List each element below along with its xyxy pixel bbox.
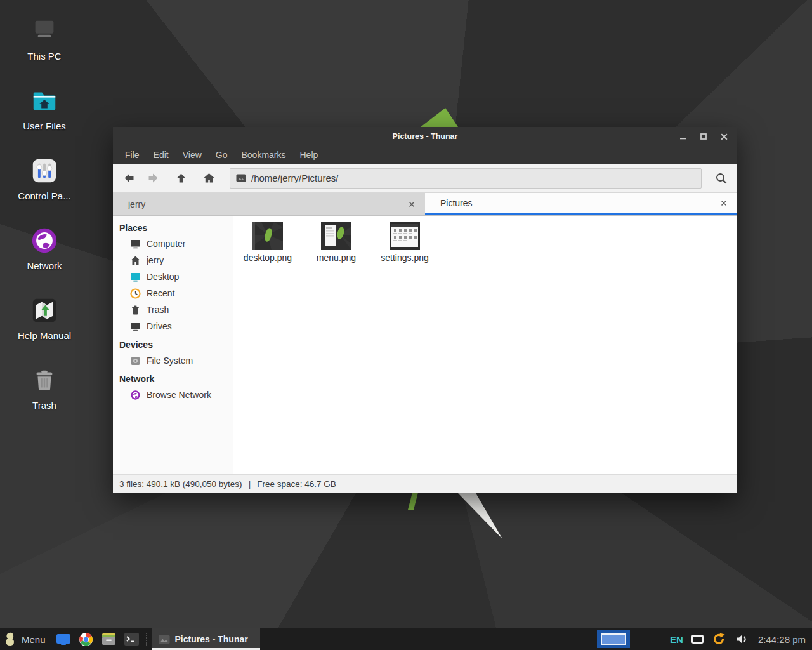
path-bar[interactable]: /home/jerry/Pictures/ [230, 168, 702, 189]
close-button[interactable] [716, 129, 732, 143]
desktop-icon-this-pc[interactable]: This PC [11, 17, 77, 62]
file-manager-icon[interactable] [102, 632, 117, 647]
menu-go[interactable]: Go [209, 147, 235, 162]
home-button[interactable] [198, 168, 219, 189]
titlebar[interactable]: Pictures - Thunar [113, 127, 737, 146]
trash-icon [130, 305, 141, 315]
toolbar: /home/jerry/Pictures/ [113, 164, 737, 193]
desktop-icon-label: User Files [11, 121, 77, 131]
sidebar-item-label: File System [147, 355, 193, 366]
image-file-icon [159, 635, 170, 644]
active-workspace[interactable] [601, 633, 626, 645]
network-globe-icon [30, 226, 59, 255]
sidebar-item-label: jerry [147, 255, 164, 265]
sidebar-header-places: Places [113, 220, 233, 235]
image-thumbnail [252, 222, 283, 250]
path-text[interactable]: /home/jerry/Pictures/ [251, 173, 339, 183]
desktop-icon-network[interactable]: Network [11, 226, 77, 271]
forward-arrow-icon [147, 172, 159, 184]
window-title: Pictures - Thunar [113, 132, 737, 141]
desktop-icon [130, 272, 141, 282]
drives-icon [130, 321, 141, 332]
keyboard-icon[interactable] [691, 635, 704, 644]
volume-icon[interactable] [734, 632, 749, 647]
taskbar-separator [146, 633, 150, 646]
sidebar-item-browse-network[interactable]: Browse Network [113, 387, 233, 403]
recent-clock-icon [130, 288, 141, 299]
tab-close-icon[interactable] [406, 199, 417, 210]
desktop-icon-label: Network [11, 260, 77, 271]
sidebar-item-drives[interactable]: Drives [113, 318, 233, 335]
search-icon [715, 172, 728, 185]
status-bar: 3 files: 490.1 kB (490,050 bytes) | Free… [113, 474, 737, 493]
sidebar-item-label: Trash [147, 305, 169, 315]
tab-label: Pictures [440, 198, 473, 208]
up-button[interactable] [170, 168, 192, 189]
menubar: File Edit View Go Bookmarks Help [113, 146, 737, 164]
sidebar-header-devices: Devices [113, 336, 233, 352]
image-thumbnail [321, 222, 351, 250]
desktop-icon-control-panel[interactable]: Control Pa... [11, 156, 77, 201]
tab-jerry[interactable]: jerry [113, 193, 425, 215]
back-button[interactable] [118, 168, 140, 189]
file-menu-png[interactable]: menu.png [307, 222, 365, 263]
desktop-icon-label: Control Pa... [11, 190, 77, 201]
desktop-icon-trash[interactable]: Trash [11, 366, 77, 411]
status-divider: | [249, 479, 251, 489]
sidebar-item-recent[interactable]: Recent [113, 285, 233, 302]
sidebar-item-computer[interactable]: Computer [113, 235, 233, 252]
up-arrow-icon [175, 172, 187, 184]
sidebar-item-label: Computer [147, 239, 185, 249]
workspace-switcher[interactable] [597, 630, 630, 648]
file-name: menu.png [307, 253, 365, 263]
file-name: desktop.png [239, 253, 297, 263]
desktop-icon-help-manual[interactable]: Help Manual [11, 296, 77, 341]
sidebar-item-file-system[interactable]: File System [113, 352, 233, 369]
task-button-thunar[interactable]: Pictures - Thunar [152, 628, 260, 650]
thunar-window: Pictures - Thunar File Edit View Go Book… [113, 127, 737, 493]
sidebar-item-trash[interactable]: Trash [113, 302, 233, 318]
search-button[interactable] [710, 168, 732, 189]
free-space: Free space: 46.7 GB [257, 479, 336, 489]
file-name: settings.png [376, 253, 434, 263]
forward-button[interactable] [142, 168, 164, 189]
chrome-icon[interactable] [79, 632, 94, 647]
show-desktop-icon[interactable] [56, 632, 71, 647]
tab-close-icon[interactable] [718, 197, 730, 209]
task-button-label: Pictures - Thunar [175, 634, 248, 644]
desktop-icon-label: Help Manual [11, 330, 77, 341]
back-arrow-icon [123, 172, 135, 184]
sidebar-item-jerry[interactable]: jerry [113, 252, 233, 269]
terminal-icon[interactable] [124, 632, 140, 647]
tab-bar: jerry Pictures [113, 193, 737, 216]
taskbar-clock[interactable]: 2:44:28 pm [758, 634, 806, 645]
sidebar: Places Computer jerry Desktop Recent Tra… [113, 216, 233, 474]
system-tray: EN 2:44:28 pm [597, 628, 812, 650]
menu-bookmarks[interactable]: Bookmarks [234, 147, 292, 162]
file-pane[interactable]: desktop.png menu.png settings.png [233, 216, 737, 474]
keyboard-layout-indicator[interactable]: EN [670, 634, 683, 645]
trash-icon [30, 366, 59, 395]
update-manager-icon[interactable] [711, 632, 726, 647]
file-desktop-png[interactable]: desktop.png [239, 222, 297, 263]
home-icon [203, 172, 215, 184]
desktop-icon-label: This PC [11, 51, 77, 62]
menu-file[interactable]: File [118, 147, 147, 162]
control-panel-icon [30, 156, 59, 185]
minimize-button[interactable] [675, 129, 691, 143]
sidebar-header-network: Network [113, 371, 233, 387]
sidebar-item-desktop[interactable]: Desktop [113, 269, 233, 285]
tab-label: jerry [128, 199, 145, 209]
computer-icon [30, 17, 59, 46]
menu-edit[interactable]: Edit [147, 147, 176, 162]
tab-pictures[interactable]: Pictures [425, 193, 737, 215]
image-thumbnail [390, 222, 420, 250]
image-file-icon [236, 174, 246, 182]
desktop-icon-user-files[interactable]: User Files [11, 86, 77, 131]
menu-view[interactable]: View [176, 147, 209, 162]
maximize-button[interactable] [695, 129, 712, 143]
file-settings-png[interactable]: settings.png [376, 222, 434, 263]
start-menu-button[interactable]: Menu [0, 628, 52, 650]
menu-help[interactable]: Help [293, 147, 325, 162]
menu-label: Menu [22, 634, 46, 645]
